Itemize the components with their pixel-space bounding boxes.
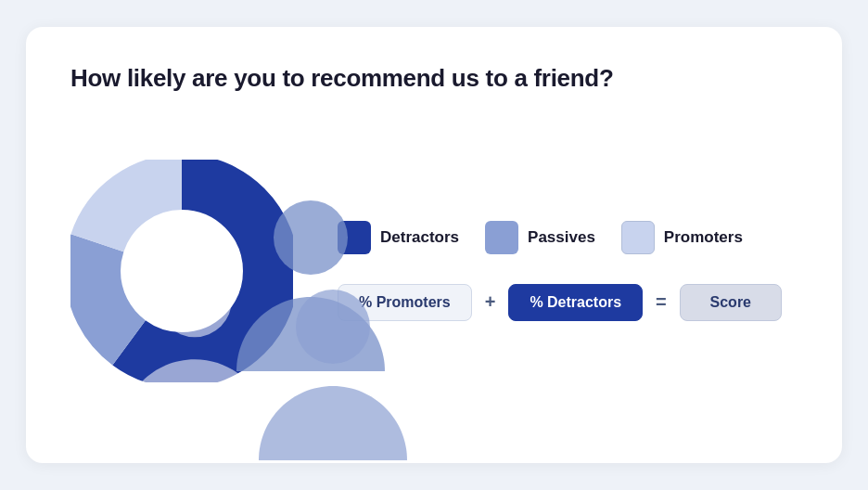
legend-item-promoters: Promoters (621, 221, 743, 254)
promoter-person-icon (222, 275, 444, 490)
main-card: How likely are you to recommend us to a … (26, 27, 842, 463)
legend-swatch-promoters (621, 221, 655, 254)
donut-chart (70, 160, 293, 382)
legend-label-promoters: Promoters (664, 228, 743, 247)
legend-swatch-passives (485, 221, 518, 254)
equals-operator: = (656, 291, 667, 313)
plus-operator: + (485, 291, 496, 313)
score-formula-box[interactable]: Score (680, 284, 782, 321)
detractors-formula-box[interactable]: % Detractors (508, 284, 643, 321)
page-title: How likely are you to recommend us to a … (70, 64, 798, 93)
svg-point-2 (296, 290, 370, 364)
svg-point-1 (274, 200, 348, 275)
content-row: Detractors Passives Promoters % Promoter… (70, 115, 798, 426)
legend-item-passives: Passives (485, 221, 595, 254)
legend-label-passives: Passives (528, 228, 595, 247)
